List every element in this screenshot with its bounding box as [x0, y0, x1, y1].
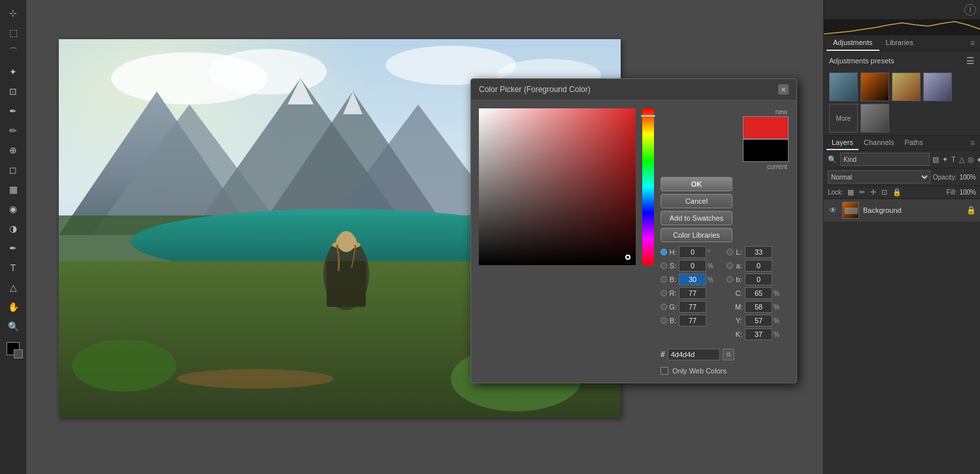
s-radio[interactable] — [661, 262, 667, 269]
layers-search-input[interactable] — [840, 153, 930, 166]
y-input[interactable] — [745, 315, 772, 326]
preset-thumb-4[interactable] — [923, 72, 952, 101]
preset-thumb-3[interactable] — [892, 72, 921, 101]
adj-menu-icon[interactable]: ☰ — [966, 55, 975, 66]
m-unit: % — [774, 304, 781, 311]
tab-paths[interactable]: Paths — [900, 136, 928, 150]
close-dialog-button[interactable]: ✕ — [778, 84, 789, 95]
tool-select[interactable]: ⬚ — [3, 24, 23, 42]
h-radio[interactable] — [661, 249, 667, 255]
gradient-box[interactable] — [479, 108, 636, 265]
b2-row: B: — [661, 315, 723, 326]
histogram-area: i — [824, 0, 980, 20]
layer-filter-pixel-icon[interactable]: ▨ — [932, 153, 939, 165]
preset-thumb-more[interactable]: More — [829, 104, 858, 133]
g-input[interactable] — [679, 301, 706, 313]
tool-dodge[interactable]: ◑ — [3, 219, 23, 238]
tab-layers[interactable]: Layers — [826, 136, 858, 150]
tool-crop[interactable]: ⊡ — [3, 82, 23, 101]
layer-filter-shape-icon[interactable]: △ — [958, 153, 965, 165]
tool-eraser[interactable]: ◻ — [3, 161, 23, 179]
tool-wand[interactable]: ✦ — [3, 63, 23, 81]
info-icon[interactable]: i — [964, 4, 976, 16]
layer-item-background[interactable]: 👁 Background 🔒 — [824, 199, 980, 222]
r-radio[interactable] — [661, 290, 667, 296]
hex-copy-icon[interactable]: ⧉ — [723, 349, 734, 360]
hue-slider[interactable] — [642, 108, 654, 265]
foreground-color[interactable] — [7, 342, 20, 355]
tab-libraries[interactable]: Libraries — [879, 35, 920, 51]
color-libraries-button[interactable]: Color Libraries — [661, 228, 732, 242]
adj-presets-header: Adjustments presets ☰ — [824, 52, 980, 70]
tool-eyedropper[interactable]: ✒ — [3, 102, 23, 120]
hsb-rgb-col: H: ° S: % — [661, 246, 723, 342]
canvas-area: Color Picker (Foreground Color) ✕ — [26, 0, 823, 474]
hue-slider-container[interactable] — [642, 108, 654, 265]
blend-mode-select[interactable]: Normal — [828, 170, 930, 183]
layer-filter-smart-icon[interactable]: ◎ — [967, 153, 975, 165]
tool-clone[interactable]: ⊕ — [3, 141, 23, 159]
background-color[interactable] — [14, 349, 23, 358]
tool-hand[interactable]: ✋ — [3, 298, 23, 316]
lock-all-icon[interactable]: 🔒 — [891, 187, 903, 197]
lock-move-icon[interactable]: ✛ — [869, 187, 877, 197]
m-input[interactable] — [745, 301, 772, 313]
panel-expand-icon[interactable]: ≡ — [970, 39, 975, 48]
tool-move[interactable]: ⊹ — [3, 4, 23, 22]
l-radio[interactable] — [727, 249, 733, 255]
h-input[interactable] — [679, 246, 706, 258]
layer-filter-toggle[interactable]: ● — [977, 153, 980, 165]
color-picker-dialog: Color Picker (Foreground Color) ✕ — [470, 78, 797, 383]
b2-input[interactable] — [679, 315, 706, 326]
add-to-swatches-button[interactable]: Add to Swatches — [661, 211, 732, 225]
only-web-colors-checkbox[interactable] — [661, 367, 668, 375]
swatch-new-label: new — [776, 108, 787, 116]
b-label: B: — [668, 276, 678, 283]
tab-adjustments[interactable]: Adjustments — [826, 35, 879, 51]
tool-shape[interactable]: △ — [3, 278, 23, 296]
tool-brush[interactable]: ✏ — [3, 121, 23, 140]
tool-blur[interactable]: ◉ — [3, 200, 23, 218]
histogram-svg — [824, 20, 980, 35]
preset-thumb-1[interactable] — [829, 72, 858, 101]
s-input[interactable] — [679, 260, 706, 272]
tool-gradient[interactable]: ▦ — [3, 180, 23, 198]
layer-filter-type-icon[interactable]: T — [951, 153, 956, 165]
layer-visibility-toggle[interactable]: 👁 — [828, 206, 838, 215]
y-unit: % — [774, 317, 781, 324]
a-radio[interactable] — [727, 262, 733, 269]
preset-thumb-2[interactable] — [860, 72, 889, 101]
layers-expand-icon[interactable]: ≡ — [970, 138, 975, 148]
l-row: L: — [727, 246, 789, 258]
c-input[interactable] — [745, 287, 772, 299]
color-gradient-picker[interactable] — [479, 108, 636, 265]
l-input[interactable] — [745, 246, 772, 258]
lab-cmyk-col: L: a: b: — [727, 246, 789, 342]
layer-filter-adjust-icon[interactable]: ✦ — [941, 153, 949, 165]
tab-channels[interactable]: Channels — [858, 136, 899, 150]
tool-lasso[interactable]: ⌒ — [3, 43, 23, 61]
ok-button[interactable]: OK — [661, 177, 732, 191]
g-radio[interactable] — [661, 304, 667, 310]
b-radio[interactable] — [661, 276, 667, 283]
r-input[interactable] — [679, 287, 706, 299]
b2-radio[interactable] — [661, 317, 667, 324]
adj-libs-tabs: Adjustments Libraries ≡ — [824, 35, 980, 52]
b-input[interactable] — [679, 274, 706, 285]
lock-checkerboard-icon[interactable]: ▦ — [846, 187, 855, 197]
hex-input[interactable] — [668, 349, 720, 360]
tool-zoom[interactable]: 🔍 — [3, 317, 23, 336]
dialog-title: Color Picker (Foreground Color) — [479, 85, 591, 94]
preset-thumb-5[interactable] — [860, 104, 889, 133]
svg-point-20 — [337, 231, 355, 252]
cancel-button[interactable]: Cancel — [661, 194, 732, 208]
lock-brush-icon[interactable]: ✏ — [858, 187, 866, 197]
a-input[interactable] — [745, 260, 772, 272]
k-input[interactable] — [745, 328, 772, 340]
tool-pen[interactable]: ✒ — [3, 239, 23, 257]
b3-radio[interactable] — [727, 276, 733, 283]
only-web-colors-label: Only Web Colors — [672, 367, 727, 375]
tool-text[interactable]: T — [3, 259, 23, 277]
lock-artboard-icon[interactable]: ⊡ — [880, 187, 889, 197]
b3-input[interactable] — [745, 274, 772, 285]
